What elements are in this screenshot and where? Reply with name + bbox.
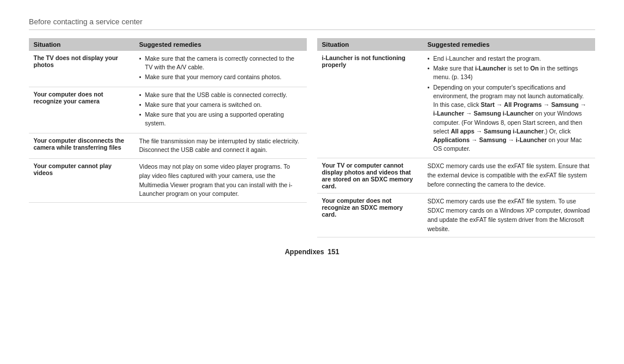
footer-page: 151 (328, 248, 339, 256)
table-row: Your computer disconnects the camera whi… (29, 133, 307, 159)
left-table: Situation Suggested remedies The TV does… (29, 38, 307, 203)
right-col2-header: Suggested remedies (423, 38, 595, 51)
situation-cell: Your computer cannot play videos (29, 159, 135, 203)
remedies-cell: Videos may not play on some video player… (135, 159, 307, 203)
remedies-cell: End i-Launcher and restart the program. … (423, 51, 595, 158)
page-container: Before contacting a service center Situa… (0, 0, 624, 268)
remedies-cell: Make sure that the USB cable is connecte… (135, 87, 307, 133)
bullet-list: Make sure that the camera is correctly c… (139, 54, 302, 82)
list-item: Make sure that you are using a supported… (139, 110, 302, 128)
situation-cell: The TV does not display your photos (29, 51, 135, 87)
left-col1-header: Situation (29, 38, 135, 51)
right-table-section: Situation Suggested remedies i-Launcher … (317, 38, 595, 237)
remedies-cell: SDXC memory cards use the exFAT file sys… (423, 194, 595, 237)
right-table: Situation Suggested remedies i-Launcher … (317, 38, 595, 237)
page-header: Before contacting a service center (29, 17, 595, 30)
situation-cell: Your computer does not recognize your ca… (29, 87, 135, 133)
table-row: Your computer does not recognize an SDXC… (317, 194, 595, 237)
situation-cell: Your computer disconnects the camera whi… (29, 133, 135, 159)
list-item: End i-Launcher and restart the program. (428, 54, 590, 63)
situation-cell: i-Launcher is not functioning properly (317, 51, 423, 158)
right-col1-header: Situation (317, 38, 423, 51)
table-row: The TV does not display your photos Make… (29, 51, 307, 87)
tables-container: Situation Suggested remedies The TV does… (29, 38, 595, 237)
bullet-list: End i-Launcher and restart the program. … (428, 54, 590, 153)
footer: Appendixes 151 (29, 248, 595, 256)
list-item: Make sure that i-Launcher is set to On i… (428, 64, 590, 81)
list-item: Depending on your computer's specificati… (428, 83, 590, 154)
list-item: Make sure that the USB cable is connecte… (139, 91, 302, 99)
remedies-cell: The file transmission may be interrupted… (135, 133, 307, 159)
table-row: Your computer does not recognize your ca… (29, 87, 307, 133)
table-row: Your computer cannot play videos Videos … (29, 159, 307, 203)
bullet-list: Make sure that the USB cable is connecte… (139, 91, 302, 128)
footer-label: Appendixes (285, 248, 324, 256)
remedies-cell: Make sure that the camera is correctly c… (135, 51, 307, 87)
list-item: Make sure that your memory card contains… (139, 73, 302, 81)
situation-cell: Your computer does not recognize an SDXC… (317, 194, 423, 237)
left-col2-header: Suggested remedies (135, 38, 307, 51)
situation-cell: Your TV or computer cannot display photo… (317, 158, 423, 194)
list-item: Make sure that your camera is switched o… (139, 101, 302, 109)
list-item: Make sure that the camera is correctly c… (139, 54, 302, 72)
remedies-cell: SDXC memory cards use the exFAT file sys… (423, 158, 595, 194)
table-row: Your TV or computer cannot display photo… (317, 158, 595, 194)
left-table-section: Situation Suggested remedies The TV does… (29, 38, 307, 237)
table-row: i-Launcher is not functioning properly E… (317, 51, 595, 158)
